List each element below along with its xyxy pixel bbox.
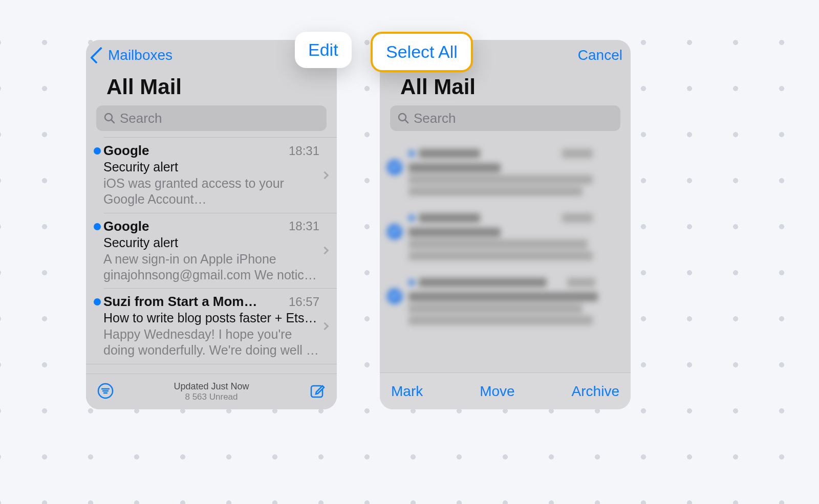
- preview: iOS was granted access to your Google Ac…: [103, 176, 319, 208]
- edit-label: Edit: [308, 40, 338, 59]
- time: 18:31: [289, 144, 319, 158]
- page-title: All Mail: [380, 71, 631, 105]
- status-line1: Updated Just Now: [174, 381, 249, 392]
- back-button[interactable]: Mailboxes: [94, 47, 173, 63]
- search-input[interactable]: Search: [96, 105, 327, 131]
- select-all-label: Select All: [386, 42, 458, 61]
- sender: Suzi from Start a Mom…: [103, 294, 284, 310]
- unread-dot-icon: [94, 298, 101, 305]
- search-input[interactable]: Search: [390, 105, 620, 131]
- chevron-right-icon: [320, 171, 329, 179]
- move-button[interactable]: Move: [480, 383, 514, 400]
- bottom-toolbar: Updated Just Now 8 563 Unread: [86, 374, 337, 409]
- unread-dot-icon: [94, 223, 101, 230]
- message-row[interactable]: Suzi from Start a Mom… 16:57 How to writ…: [86, 289, 337, 364]
- sender: Google: [103, 218, 284, 234]
- time: 18:31: [289, 219, 319, 233]
- time: 16:57: [289, 295, 319, 309]
- preview: A new sign-in on Apple iPhone ginajohnso…: [103, 251, 319, 283]
- message-row-selected[interactable]: [380, 140, 631, 205]
- chevron-back-icon: [90, 47, 107, 63]
- chevron-right-icon: [320, 247, 329, 255]
- cancel-label: Cancel: [578, 47, 622, 63]
- edit-button[interactable]: Edit: [295, 32, 352, 68]
- phone-right: Cancel All Mail Search: [380, 40, 631, 409]
- status-text: Updated Just Now 8 563 Unread: [174, 381, 249, 403]
- message-row[interactable]: Google 18:31 Security alert A new sign-i…: [86, 213, 337, 289]
- archive-button[interactable]: Archive: [572, 383, 619, 400]
- search-placeholder: Search: [120, 111, 162, 126]
- edit-toolbar: Mark Move Archive: [380, 372, 631, 409]
- message-row[interactable]: Google 18:31 Security alert iOS was gran…: [86, 138, 337, 213]
- cancel-button[interactable]: Cancel: [578, 47, 622, 63]
- message-list-selected: [380, 137, 631, 334]
- sender: Google: [103, 143, 284, 159]
- compose-icon: [309, 383, 326, 399]
- filter-icon: [97, 383, 114, 399]
- subject: How to write blog posts faster + Etsy ti…: [103, 311, 319, 325]
- subject: Security alert: [103, 160, 319, 174]
- svg-line-8: [405, 120, 408, 123]
- back-label: Mailboxes: [108, 47, 173, 63]
- message-list: Google 18:31 Security alert iOS was gran…: [86, 137, 337, 364]
- mark-button[interactable]: Mark: [391, 383, 423, 400]
- message-row-selected[interactable]: [380, 269, 631, 334]
- status-line2: 8 563 Unread: [174, 392, 249, 402]
- search-placeholder: Search: [414, 111, 456, 126]
- search-icon: [103, 112, 116, 124]
- search-icon: [397, 112, 410, 124]
- unread-dot-icon: [94, 147, 101, 155]
- select-all-button[interactable]: Select All: [371, 32, 473, 72]
- checkmark-icon[interactable]: [387, 160, 402, 175]
- svg-line-1: [112, 120, 115, 123]
- subject: Security alert: [103, 235, 319, 250]
- checkmark-icon[interactable]: [387, 224, 402, 239]
- phone-left: Mailboxes All Mail Search Google 18:31 S…: [86, 40, 337, 409]
- checkmark-icon[interactable]: [387, 289, 402, 304]
- page-title: All Mail: [86, 71, 337, 105]
- preview: Happy Wednesday! I hope you're doing won…: [103, 326, 319, 359]
- chevron-right-icon: [320, 322, 329, 330]
- message-row-selected[interactable]: [380, 205, 631, 269]
- compose-button[interactable]: [309, 383, 326, 401]
- filter-button[interactable]: [97, 383, 114, 401]
